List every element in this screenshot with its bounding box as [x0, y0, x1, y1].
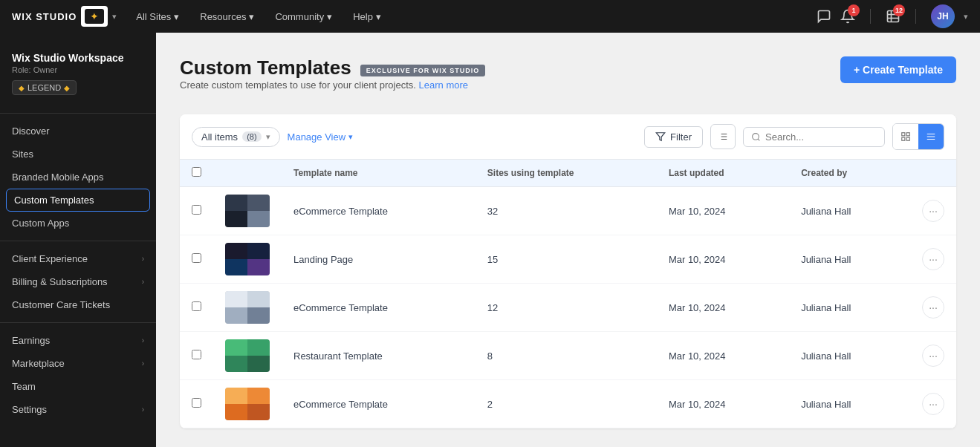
main-content: Custom Templates EXCLUSIVE FOR WIX STUDI… — [156, 33, 980, 447]
page-subtitle: Create custom templates to use for your … — [180, 79, 485, 91]
chevron-right-icon-3: › — [142, 336, 144, 345]
filter-label: Filter — [670, 131, 692, 143]
sidebar-item-billing[interactable]: Billing & Subscriptions › — [0, 270, 156, 293]
all-items-dropdown[interactable]: All items (8) ▾ — [192, 127, 280, 147]
learn-more-link[interactable]: Learn more — [419, 79, 468, 91]
col-header-created-by: Created by — [789, 160, 910, 187]
wix-dropdown-chevron[interactable]: ▾ — [112, 12, 117, 22]
table-toolbar: All items (8) ▾ Manage View ▾ Filter — [180, 114, 956, 160]
select-all-checkbox[interactable] — [192, 167, 201, 177]
template-thumbnail — [225, 339, 270, 372]
page-title: Custom Templates — [180, 56, 351, 79]
all-sites-label: All Sites — [136, 11, 171, 22]
template-thumbnail — [225, 243, 270, 275]
created-by: Juliana Hall — [789, 284, 910, 332]
svg-rect-10 — [902, 133, 905, 136]
chevron-right-icon-5: › — [142, 405, 144, 414]
workspace-name: Wix Studio Workspace — [12, 52, 144, 64]
search-icon — [751, 132, 761, 142]
row-checkbox[interactable] — [192, 398, 201, 408]
sidebar-item-custom-templates-label: Custom Templates — [14, 195, 94, 206]
create-template-button[interactable]: + Create Template — [840, 56, 956, 83]
row-checkbox[interactable] — [192, 205, 201, 215]
sidebar-item-earnings[interactable]: Earnings › — [0, 329, 156, 352]
row-actions-button[interactable]: ··· — [922, 345, 944, 367]
sidebar-item-custom-apps-label: Custom Apps — [12, 218, 69, 229]
community-dropdown[interactable]: Community ▾ — [267, 8, 340, 25]
notification-badge: 1 — [848, 4, 860, 16]
avatar-chevron-icon[interactable]: ▾ — [964, 12, 968, 22]
search-input-wrap[interactable] — [743, 127, 885, 147]
sidebar-item-settings[interactable]: Settings › — [0, 398, 156, 421]
last-updated: Mar 10, 2024 — [657, 235, 789, 284]
sidebar-item-team-label: Team — [12, 381, 36, 392]
legend-badge-text: LEGEND — [27, 83, 61, 92]
row-actions-button[interactable]: ··· — [922, 248, 944, 270]
resources-dropdown[interactable]: Resources ▾ — [192, 8, 262, 25]
nav-separator-2 — [915, 9, 916, 24]
legend-diamond-left: ◆ — [19, 84, 25, 92]
logo-area[interactable]: WIX STUDIO ✦ ▾ — [12, 6, 117, 27]
sidebar-item-custom-templates[interactable]: Custom Templates — [6, 189, 150, 212]
col-header-template-name: Template name — [282, 160, 476, 187]
filter-button[interactable]: Filter — [644, 126, 703, 148]
col-header-actions — [910, 160, 956, 187]
svg-line-9 — [758, 139, 759, 140]
message-icon-button[interactable]: 12 — [886, 9, 901, 24]
row-actions-button[interactable]: ··· — [922, 200, 944, 222]
manage-view-button[interactable]: Manage View ▾ — [288, 131, 354, 143]
sidebar-item-earnings-label: Earnings — [12, 335, 50, 346]
sidebar-item-team[interactable]: Team — [0, 375, 156, 398]
svg-point-8 — [753, 133, 759, 140]
sidebar-item-custom-apps[interactable]: Custom Apps — [0, 212, 156, 235]
col-header-thumb — [213, 160, 282, 187]
row-actions-button[interactable]: ··· — [922, 296, 944, 319]
sidebar-item-marketplace[interactable]: Marketplace › — [0, 352, 156, 375]
sort-icon — [718, 131, 728, 142]
chevron-right-icon: › — [142, 255, 144, 263]
created-by: Juliana Hall — [789, 332, 910, 380]
sidebar-item-customer-care-label: Customer Care Tickets — [12, 299, 110, 310]
exclusive-badge: EXCLUSIVE FOR WIX STUDIO — [360, 65, 486, 76]
svg-rect-11 — [906, 133, 909, 136]
row-checkbox[interactable] — [192, 350, 201, 359]
last-updated: Mar 10, 2024 — [657, 332, 789, 380]
sidebar-item-client-experience[interactable]: Client Experience › — [0, 247, 156, 270]
table-section: All items (8) ▾ Manage View ▾ Filter — [180, 114, 956, 428]
chat-icon-button[interactable] — [817, 9, 831, 24]
row-checkbox[interactable] — [192, 301, 201, 311]
sidebar-item-client-exp-label: Client Experience — [12, 253, 88, 264]
grid-icon — [901, 131, 911, 142]
legend-diamond-right: ◆ — [64, 84, 70, 92]
list-icon — [926, 131, 936, 142]
last-updated: Mar 10, 2024 — [657, 380, 789, 428]
sidebar-item-sites-label: Sites — [12, 149, 33, 160]
created-by: Juliana Hall — [789, 235, 910, 284]
sidebar-divider-3 — [0, 322, 156, 323]
resources-label: Resources — [200, 11, 246, 22]
table-row: eCommerce Template2Mar 10, 2024Juliana H… — [180, 380, 956, 428]
page-title-area: Custom Templates EXCLUSIVE FOR WIX STUDI… — [180, 56, 485, 79]
row-actions-button[interactable]: ··· — [922, 393, 944, 415]
sidebar-item-branded-mobile[interactable]: Branded Mobile Apps — [0, 166, 156, 189]
list-view-button[interactable] — [918, 124, 944, 149]
user-avatar[interactable]: JH — [931, 4, 955, 28]
all-sites-dropdown[interactable]: All Sites ▾ — [129, 8, 186, 25]
legend-badge[interactable]: ◆ LEGEND ◆ — [12, 80, 77, 95]
sidebar: Wix Studio Workspace Role: Owner ◆ LEGEN… — [0, 33, 156, 447]
view-toggle — [892, 123, 944, 150]
svg-rect-12 — [906, 137, 909, 140]
sidebar-item-discover[interactable]: Discover — [0, 120, 156, 143]
grid-view-button[interactable] — [893, 124, 918, 149]
subtitle-text: Create custom templates to use for your … — [180, 79, 416, 91]
sidebar-item-sites[interactable]: Sites — [0, 143, 156, 166]
template-name: eCommerce Template — [293, 399, 388, 410]
sidebar-item-customer-care[interactable]: Customer Care Tickets — [0, 293, 156, 316]
help-label: Help — [353, 11, 373, 22]
help-dropdown[interactable]: Help ▾ — [345, 8, 389, 25]
row-checkbox[interactable] — [192, 253, 201, 263]
table-header-row: Template name Sites using template Last … — [180, 160, 956, 187]
search-input[interactable] — [765, 131, 877, 143]
sort-button[interactable] — [710, 124, 736, 149]
notification-icon-button[interactable]: 1 — [840, 9, 855, 24]
